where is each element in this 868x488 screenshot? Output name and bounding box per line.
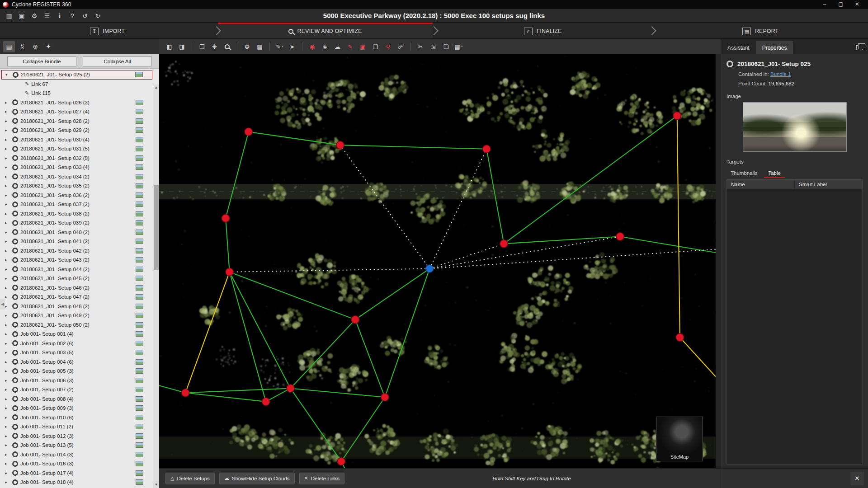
setup-panorama-thumbnail[interactable]	[743, 102, 847, 152]
thumbnail-badge-icon[interactable]	[136, 387, 143, 392]
tree-setup-item[interactable]: ▸20180621_J01- Setup 027 (4)	[1, 107, 152, 117]
tree-setup-item[interactable]: ▸20180621_J01- Setup 029 (2)	[1, 126, 152, 135]
expand-arrow-icon[interactable]: ▸	[5, 332, 10, 336]
undo-icon[interactable]: ↺	[80, 11, 90, 20]
setup-node[interactable]	[616, 233, 624, 240]
thumbnail-badge-icon[interactable]	[136, 100, 143, 105]
thumbnail-badge-icon[interactable]	[136, 378, 143, 383]
expand-arrow-icon[interactable]: ▸	[5, 452, 10, 457]
expand-arrow-icon[interactable]: ▸	[5, 230, 10, 235]
expand-arrow-icon[interactable]: ▸	[5, 146, 10, 151]
expand-arrow-icon[interactable]: ▸	[5, 258, 10, 262]
tree-setup-item[interactable]: ▸Job 001- Setup 004 (6)	[1, 357, 152, 367]
auto-align-icon[interactable]: ⇲	[428, 41, 439, 52]
expand-arrow-icon[interactable]: ▸	[5, 434, 10, 438]
delete-links-button[interactable]: ✕Delete Links	[299, 473, 345, 484]
tree-setup-item[interactable]: ▸Job 001- Setup 007 (2)	[1, 385, 152, 394]
tab-properties[interactable]: Properties	[756, 41, 793, 54]
expand-arrow-icon[interactable]: ▸	[5, 239, 10, 244]
thumbnail-badge-icon[interactable]	[136, 294, 143, 300]
tree-setup-item[interactable]: ▸20180621_J01- Setup 036 (2)	[1, 191, 152, 200]
expand-arrow-icon[interactable]: ▸	[5, 100, 10, 105]
thumbnail-badge-icon[interactable]	[136, 285, 143, 291]
thumbnail-badge-icon[interactable]	[136, 248, 143, 253]
expand-arrow-icon[interactable]: ▸	[5, 295, 10, 299]
expand-arrow-icon[interactable]: ▸	[5, 276, 10, 281]
project-tree-tab[interactable]: ▤	[3, 41, 15, 52]
thumbnail-badge-icon[interactable]	[136, 127, 143, 133]
tree-setup-item[interactable]: ▸20180621_J01- Setup 038 (2)	[1, 209, 152, 219]
expand-arrow-icon[interactable]: ▸	[5, 267, 10, 272]
tree-setup-item[interactable]: ▸20180621_J01- Setup 030 (4)	[1, 135, 152, 145]
setup-node[interactable]	[245, 128, 252, 136]
tree-link-item[interactable]: ✎Link 67	[1, 80, 152, 89]
thumbnail-badge-icon[interactable]	[136, 479, 143, 485]
setup-node[interactable]	[287, 385, 294, 392]
thumbnail-badge-icon[interactable]	[136, 368, 143, 374]
setup-node[interactable]	[483, 145, 491, 153]
expand-arrow-icon[interactable]: ▸	[5, 193, 10, 197]
thumbnail-badge-icon[interactable]	[136, 396, 143, 402]
maximize-button[interactable]: ▢	[833, 0, 849, 9]
tree-setup-item[interactable]: ▸20180621_J01- Setup 039 (2)	[1, 218, 152, 228]
tab-table[interactable]: Table	[764, 169, 785, 178]
thumbnail-badge-icon[interactable]	[136, 239, 143, 244]
expand-arrow-icon[interactable]: ▸	[5, 341, 10, 346]
camera-icon[interactable]: ❑	[370, 41, 381, 52]
web-tab[interactable]: ⊕	[29, 41, 41, 52]
expand-arrow-icon[interactable]: ▸	[5, 480, 10, 484]
single-view-icon[interactable]: ◧	[164, 41, 175, 52]
collapse-bundle-button[interactable]: Collapse Bundle	[7, 56, 76, 66]
setup-node[interactable]	[222, 214, 229, 222]
sitemap-inset[interactable]: SiteMap	[656, 417, 703, 461]
setup-node[interactable]	[673, 112, 681, 120]
expand-arrow-icon[interactable]: ▸	[5, 378, 10, 383]
tree-setup-item[interactable]: ▸Job 001- Setup 009 (3)	[1, 404, 152, 413]
expand-arrow-icon[interactable]: ▸	[5, 313, 10, 318]
tree-setup-item[interactable]: ▸Job 001- Setup 016 (3)	[1, 459, 152, 469]
column-name[interactable]: Name	[727, 180, 795, 189]
dropdown-arrow-icon[interactable]: ▾	[282, 45, 283, 48]
thumbnail-badge-icon[interactable]	[135, 72, 143, 77]
thumbnail-badge-icon[interactable]	[136, 322, 143, 328]
thumbnail-badge-icon[interactable]	[136, 359, 143, 365]
tree-setup-item[interactable]: ▸20180621_J01- Setup 044 (2)	[1, 265, 152, 274]
thumbnail-badge-icon[interactable]	[136, 350, 143, 355]
copy-view-icon[interactable]: ❐	[196, 41, 208, 52]
collapse-sidebar-handle[interactable]: ◀	[0, 299, 5, 310]
thumbnail-badge-icon[interactable]	[136, 304, 143, 309]
expand-arrow-icon[interactable]: ▸	[5, 211, 10, 216]
minimize-button[interactable]: –	[816, 0, 833, 9]
thumbnail-badge-icon[interactable]	[136, 313, 143, 318]
tree-setup-item[interactable]: ▸20180621_J01- Setup 043 (2)	[1, 255, 152, 265]
favorites-tab[interactable]: ✦	[42, 41, 54, 52]
measure-icon[interactable]: ✎▾	[274, 41, 285, 52]
expand-arrow-icon[interactable]: ▸	[5, 443, 10, 447]
workflow-step-report[interactable]: ▤REPORT	[653, 23, 868, 38]
apply-region-icon[interactable]: ❏	[440, 41, 452, 52]
setup-node[interactable]	[381, 393, 389, 401]
tree-setup-item[interactable]: ▸20180621_J01- Setup 050 (2)	[1, 320, 152, 330]
setup-node[interactable]	[181, 389, 189, 397]
bundle-link[interactable]: Bundle 1	[770, 71, 791, 77]
workflow-step-review-and-optimize[interactable]: REVIEW AND OPTIMIZE	[218, 23, 433, 38]
image-tool-icon[interactable]: ▣	[357, 41, 368, 52]
canvas-area[interactable]: SiteMap	[159, 54, 716, 468]
tree-setup-item[interactable]: ▸Job 001- Setup 003 (5)	[1, 348, 152, 357]
tree-setup-item[interactable]: ▸20180621_J01- Setup 047 (2)	[1, 292, 152, 302]
tree-setup-item[interactable]: ▸Job 001- Setup 002 (6)	[1, 339, 152, 348]
cloud-to-cloud-icon[interactable]: ☁	[332, 41, 343, 52]
tree-setup-item[interactable]: ▸20180621_J01- Setup 028 (2)	[1, 117, 152, 126]
storage-icon[interactable]: ☰	[42, 11, 52, 20]
thumbnail-badge-icon[interactable]	[136, 276, 143, 281]
expand-arrow-icon[interactable]: ▸	[5, 387, 10, 392]
setup-node[interactable]	[226, 268, 233, 276]
thumbnail-badge-icon[interactable]	[136, 230, 143, 235]
tree-setup-item[interactable]: ▸20180621_J01- Setup 040 (2)	[1, 228, 152, 237]
thumbnail-badge-icon[interactable]	[136, 470, 143, 476]
thumbnail-badge-icon[interactable]	[136, 257, 143, 263]
expand-arrow-icon[interactable]: ▸	[5, 249, 10, 253]
thumbnail-badge-icon[interactable]	[136, 109, 143, 114]
expand-arrow-icon[interactable]: ▸	[5, 406, 10, 410]
point-cloud-canvas[interactable]	[159, 54, 716, 468]
